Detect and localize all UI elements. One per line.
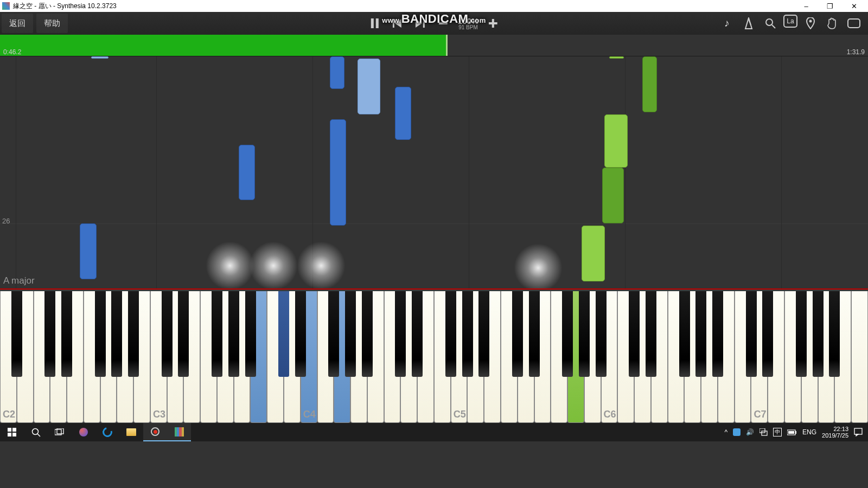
falling-note bbox=[602, 168, 624, 223]
black-key[interactable] bbox=[579, 291, 590, 377]
falling-note bbox=[239, 145, 255, 201]
black-key[interactable] bbox=[212, 291, 222, 377]
black-key[interactable] bbox=[178, 291, 189, 377]
falling-note bbox=[582, 226, 605, 281]
pause-button[interactable] bbox=[367, 14, 383, 33]
tray-battery-icon[interactable] bbox=[787, 429, 797, 435]
tray-language[interactable]: ENG bbox=[802, 428, 816, 436]
black-key[interactable] bbox=[95, 291, 106, 377]
tray-volume-icon[interactable]: 🔊 bbox=[746, 428, 754, 436]
piano-keyboard[interactable]: C2C3C4C5C6C7 bbox=[0, 288, 868, 423]
synthesia-icon bbox=[175, 427, 184, 436]
falling-note bbox=[330, 119, 346, 226]
svg-line-20 bbox=[37, 434, 40, 436]
metronome-icon[interactable] bbox=[740, 15, 757, 32]
falling-note bbox=[358, 59, 380, 114]
loop-icon[interactable] bbox=[845, 15, 863, 32]
labels-button[interactable]: La bbox=[783, 15, 797, 28]
zoom-icon[interactable] bbox=[762, 15, 779, 32]
octave-line bbox=[781, 56, 782, 288]
black-key[interactable] bbox=[328, 291, 339, 377]
black-key[interactable] bbox=[162, 291, 173, 377]
tray-notifications-icon[interactable] bbox=[854, 428, 863, 436]
black-key[interactable] bbox=[462, 291, 473, 377]
key-signature: A major bbox=[3, 275, 35, 286]
black-key[interactable] bbox=[445, 291, 456, 377]
black-key[interactable] bbox=[712, 291, 723, 377]
black-key[interactable] bbox=[829, 291, 840, 377]
folder-icon bbox=[126, 428, 136, 436]
hand-icon[interactable] bbox=[824, 15, 841, 32]
back-button[interactable]: 返回 bbox=[2, 14, 33, 33]
taskbar-app-1[interactable] bbox=[72, 423, 95, 441]
svg-rect-8 bbox=[489, 22, 497, 24]
start-button[interactable] bbox=[0, 423, 24, 441]
octave-line bbox=[16, 56, 16, 288]
black-key[interactable] bbox=[596, 291, 607, 377]
black-key[interactable] bbox=[478, 291, 489, 377]
black-key[interactable] bbox=[746, 291, 757, 377]
black-key[interactable] bbox=[362, 291, 373, 377]
black-key[interactable] bbox=[11, 291, 22, 377]
taskbar-synthesia[interactable] bbox=[167, 423, 191, 441]
svg-rect-24 bbox=[762, 431, 767, 435]
key-label: C7 bbox=[754, 409, 766, 420]
key-glow bbox=[206, 241, 254, 288]
falling-note bbox=[330, 56, 344, 89]
svg-point-11 bbox=[766, 19, 773, 25]
black-key[interactable] bbox=[245, 291, 256, 377]
white-key[interactable] bbox=[851, 291, 868, 423]
search-button[interactable] bbox=[24, 423, 48, 441]
help-button[interactable]: 帮助 bbox=[36, 14, 68, 33]
black-key[interactable] bbox=[646, 291, 656, 377]
svg-rect-18 bbox=[12, 433, 16, 436]
song-progress[interactable]: 0:46.2 1:31.9 bbox=[0, 35, 868, 56]
note-icon[interactable]: ♪ bbox=[718, 15, 736, 32]
black-key[interactable] bbox=[695, 291, 706, 377]
windows-taskbar: ^ 🔊 中 ENG 22:13 2019/7/25 bbox=[0, 423, 868, 441]
tray-ime-icon[interactable]: 中 bbox=[773, 428, 782, 436]
black-key[interactable] bbox=[412, 291, 423, 377]
black-key[interactable] bbox=[679, 291, 690, 377]
marker-icon[interactable] bbox=[802, 15, 819, 32]
black-key[interactable] bbox=[295, 291, 306, 377]
key-glow bbox=[297, 241, 346, 288]
black-key[interactable] bbox=[762, 291, 773, 377]
maximize-button[interactable]: ❐ bbox=[818, 0, 842, 12]
tempo-up-button[interactable] bbox=[485, 14, 501, 33]
black-key[interactable] bbox=[796, 291, 807, 377]
tray-chevron-icon[interactable]: ^ bbox=[724, 428, 727, 436]
app-icon bbox=[2, 2, 10, 10]
black-key[interactable] bbox=[629, 291, 640, 377]
minimize-button[interactable]: – bbox=[794, 0, 818, 12]
taskbar-bandicam[interactable] bbox=[143, 423, 167, 441]
black-key[interactable] bbox=[278, 291, 289, 377]
taskbar-explorer[interactable] bbox=[119, 423, 143, 441]
black-key[interactable] bbox=[395, 291, 406, 377]
key-label: C4 bbox=[303, 409, 316, 420]
black-key[interactable] bbox=[813, 291, 824, 377]
black-key[interactable] bbox=[111, 291, 122, 377]
key-label: C5 bbox=[454, 409, 466, 420]
black-key[interactable] bbox=[345, 291, 356, 377]
close-button[interactable]: ✕ bbox=[842, 0, 866, 12]
tray-clock[interactable]: 22:13 2019/7/25 bbox=[822, 426, 848, 439]
taskbar-edge[interactable] bbox=[95, 423, 119, 441]
black-key[interactable] bbox=[128, 291, 139, 377]
octave-line bbox=[156, 56, 157, 288]
octave-line bbox=[625, 56, 626, 288]
black-key[interactable] bbox=[61, 291, 72, 377]
svg-rect-26 bbox=[795, 431, 796, 434]
black-key[interactable] bbox=[529, 291, 540, 377]
clock-time: 22:13 bbox=[822, 426, 848, 432]
black-key[interactable] bbox=[562, 291, 573, 377]
black-key[interactable] bbox=[512, 291, 523, 377]
svg-rect-27 bbox=[788, 431, 794, 434]
tray-app-icon[interactable] bbox=[733, 428, 741, 436]
tray-network-icon[interactable] bbox=[760, 428, 768, 436]
edge-icon bbox=[101, 426, 114, 439]
task-view-button[interactable] bbox=[48, 423, 72, 441]
black-key[interactable] bbox=[228, 291, 239, 377]
black-key[interactable] bbox=[44, 291, 55, 377]
time-total: 1:31.9 bbox=[847, 48, 865, 56]
